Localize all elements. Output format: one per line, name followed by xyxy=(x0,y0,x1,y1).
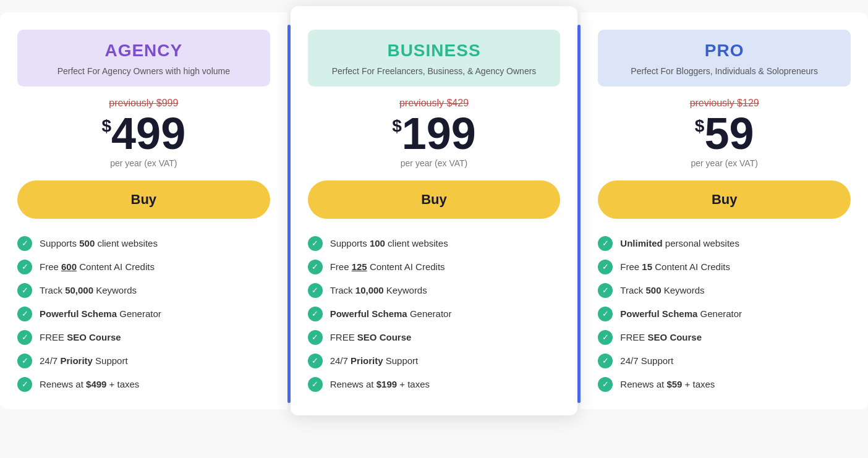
feature-text-agency-0: Supports 500 client websites xyxy=(40,238,158,248)
pricing-container: AGENCY Perfect For Agency Owners with hi… xyxy=(0,12,868,415)
check-icon-pro-3: ✓ xyxy=(598,307,613,321)
check-icon-agency-0: ✓ xyxy=(17,236,32,251)
feature-item-business-6: ✓ Renews at $199 + taxes xyxy=(308,377,561,392)
feature-item-business-2: ✓ Track 10,000 Keywords xyxy=(308,283,561,298)
feature-item-business-3: ✓ Powerful Schema Generator xyxy=(308,307,561,321)
plan-name-business: BUSINESS xyxy=(318,41,551,61)
feature-text-pro-6: Renews at $59 + taxes xyxy=(620,379,715,389)
feature-item-agency-2: ✓ Track 50,000 Keywords xyxy=(17,283,270,298)
buy-button-pro[interactable]: Buy xyxy=(598,180,851,219)
feature-item-pro-1: ✓ Free 15 Content AI Credits xyxy=(598,260,851,274)
feature-item-agency-6: ✓ Renews at $499 + taxes xyxy=(17,377,270,392)
check-icon-business-2: ✓ xyxy=(308,283,323,298)
plan-desc-business: Perfect For Freelancers, Business, & Age… xyxy=(318,66,551,78)
features-list-business: ✓ Supports 100 client websites ✓ Free 12… xyxy=(308,236,561,392)
plan-header-pro: PRO Perfect For Bloggers, Individuals & … xyxy=(598,30,851,87)
feature-item-agency-5: ✓ 24/7 Priority Support xyxy=(17,354,270,368)
plan-name-pro: PRO xyxy=(608,41,841,61)
plan-name-agency: AGENCY xyxy=(27,41,260,61)
check-icon-pro-4: ✓ xyxy=(598,330,613,345)
original-price-business: previously $429 xyxy=(308,98,561,109)
feature-item-agency-0: ✓ Supports 500 client websites xyxy=(17,236,270,251)
feature-item-agency-4: ✓ FREE SEO Course xyxy=(17,330,270,345)
price-amount-agency: 499 xyxy=(111,111,185,156)
feature-text-pro-5: 24/7 Support xyxy=(620,355,673,366)
feature-item-pro-2: ✓ Track 500 Keywords xyxy=(598,283,851,298)
feature-text-agency-3: Powerful Schema Generator xyxy=(40,308,161,319)
check-icon-pro-2: ✓ xyxy=(598,283,613,298)
price-row-pro: $ 59 xyxy=(598,111,851,156)
price-amount-business: 199 xyxy=(402,111,476,156)
price-row-agency: $ 499 xyxy=(17,111,270,156)
plan-header-agency: AGENCY Perfect For Agency Owners with hi… xyxy=(17,30,270,87)
feature-text-agency-6: Renews at $499 + taxes xyxy=(40,379,139,389)
check-icon-business-4: ✓ xyxy=(308,330,323,345)
feature-item-pro-4: ✓ FREE SEO Course xyxy=(598,330,851,345)
check-icon-business-1: ✓ xyxy=(308,260,323,274)
buy-button-agency[interactable]: Buy xyxy=(17,180,270,219)
original-price-agency: previously $999 xyxy=(17,98,270,109)
feature-text-business-6: Renews at $199 + taxes xyxy=(330,379,430,389)
feature-item-business-4: ✓ FREE SEO Course xyxy=(308,330,561,345)
check-icon-pro-0: ✓ xyxy=(598,236,613,251)
feature-text-business-3: Powerful Schema Generator xyxy=(330,308,452,319)
feature-item-business-1: ✓ Free 125 Content AI Credits xyxy=(308,260,561,274)
check-icon-pro-6: ✓ xyxy=(598,377,613,392)
feature-item-pro-6: ✓ Renews at $59 + taxes xyxy=(598,377,851,392)
feature-text-business-4: FREE SEO Course xyxy=(330,332,412,342)
feature-text-business-5: 24/7 Priority Support xyxy=(330,355,419,366)
feature-text-pro-2: Track 500 Keywords xyxy=(620,285,704,295)
original-price-pro: previously $129 xyxy=(598,98,851,109)
feature-text-business-2: Track 10,000 Keywords xyxy=(330,285,427,295)
feature-text-pro-1: Free 15 Content AI Credits xyxy=(620,261,730,272)
check-icon-pro-5: ✓ xyxy=(598,354,613,368)
feature-item-pro-0: ✓ Unlimited personal websites xyxy=(598,236,851,251)
feature-text-business-1: Free 125 Content AI Credits xyxy=(330,261,445,272)
feature-text-agency-5: 24/7 Priority Support xyxy=(40,355,128,366)
features-list-agency: ✓ Supports 500 client websites ✓ Free 60… xyxy=(17,236,270,392)
feature-text-business-0: Supports 100 client websites xyxy=(330,238,448,248)
check-icon-business-6: ✓ xyxy=(308,377,323,392)
plan-card-agency: AGENCY Perfect For Agency Owners with hi… xyxy=(0,12,287,409)
check-icon-business-5: ✓ xyxy=(308,354,323,368)
plan-desc-agency: Perfect For Agency Owners with high volu… xyxy=(27,66,260,78)
check-icon-agency-6: ✓ xyxy=(17,377,32,392)
plan-card-business: BUSINESS Perfect For Freelancers, Busine… xyxy=(291,6,578,415)
feature-text-pro-4: FREE SEO Course xyxy=(620,332,702,342)
check-icon-agency-3: ✓ xyxy=(17,307,32,321)
features-list-pro: ✓ Unlimited personal websites ✓ Free 15 … xyxy=(598,236,851,392)
check-icon-business-3: ✓ xyxy=(308,307,323,321)
feature-text-agency-2: Track 50,000 Keywords xyxy=(40,285,137,295)
feature-text-agency-4: FREE SEO Course xyxy=(40,332,121,342)
check-icon-agency-1: ✓ xyxy=(17,260,32,274)
feature-item-business-5: ✓ 24/7 Priority Support xyxy=(308,354,561,368)
check-icon-pro-1: ✓ xyxy=(598,260,613,274)
plan-card-pro: PRO Perfect For Bloggers, Individuals & … xyxy=(581,12,868,409)
divider-left xyxy=(287,25,291,403)
check-icon-agency-2: ✓ xyxy=(17,283,32,298)
feature-item-agency-3: ✓ Powerful Schema Generator xyxy=(17,307,270,321)
check-icon-business-0: ✓ xyxy=(308,236,323,251)
price-amount-pro: 59 xyxy=(704,111,754,156)
feature-text-agency-1: Free 600 Content AI Credits xyxy=(40,261,155,272)
price-period-business: per year (ex VAT) xyxy=(308,158,561,168)
feature-item-pro-5: ✓ 24/7 Support xyxy=(598,354,851,368)
check-icon-agency-5: ✓ xyxy=(17,354,32,368)
feature-item-business-0: ✓ Supports 100 client websites xyxy=(308,236,561,251)
price-dollar-business: $ xyxy=(392,117,402,135)
price-period-agency: per year (ex VAT) xyxy=(17,158,270,168)
price-period-pro: per year (ex VAT) xyxy=(598,158,851,168)
price-dollar-agency: $ xyxy=(101,117,111,135)
buy-button-business[interactable]: Buy xyxy=(308,180,561,219)
plan-header-business: BUSINESS Perfect For Freelancers, Busine… xyxy=(308,30,561,87)
price-row-business: $ 199 xyxy=(308,111,561,156)
feature-item-agency-1: ✓ Free 600 Content AI Credits xyxy=(17,260,270,274)
plan-desc-pro: Perfect For Bloggers, Individuals & Solo… xyxy=(608,66,841,78)
feature-item-pro-3: ✓ Powerful Schema Generator xyxy=(598,307,851,321)
feature-text-pro-3: Powerful Schema Generator xyxy=(620,308,742,319)
check-icon-agency-4: ✓ xyxy=(17,330,32,345)
price-dollar-pro: $ xyxy=(695,117,705,135)
feature-text-pro-0: Unlimited personal websites xyxy=(620,238,739,248)
